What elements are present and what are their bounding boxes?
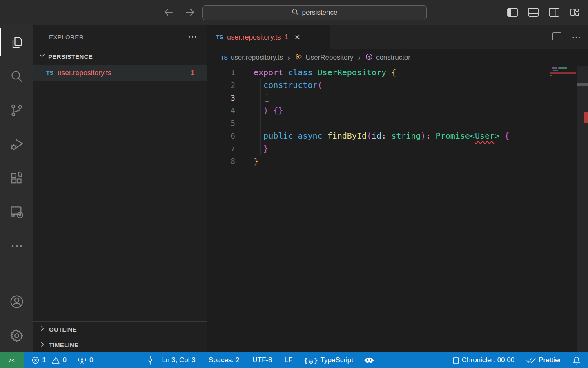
breadcrumb-class[interactable]: UserRepository <box>294 53 353 63</box>
line-number: 4 <box>207 104 235 117</box>
broadcast-tower-icon <box>77 356 87 365</box>
chevron-down-icon <box>38 51 47 62</box>
line-number: 3 <box>207 92 235 104</box>
line-number: 1 <box>207 66 235 79</box>
mouse-text-cursor-icon <box>265 93 270 104</box>
folder-name: PERSISTENCE <box>48 53 93 60</box>
notifications-bell-icon[interactable] <box>572 356 581 365</box>
remote-indicator[interactable] <box>0 352 24 368</box>
forwarded-ports-status[interactable]: 0 <box>77 356 93 365</box>
more-views-icon[interactable] <box>0 229 33 263</box>
explorer-icon[interactable] <box>0 25 33 59</box>
typescript-file-icon: TS <box>220 54 228 61</box>
code-text[interactable]: } <box>235 142 577 155</box>
code-line[interactable]: 1export class UserRepository { <box>207 66 577 79</box>
tab-user-repository[interactable]: TS user.repository.ts 1 ✕ <box>207 25 330 49</box>
code-text[interactable] <box>235 117 577 130</box>
typescript-file-icon: TS <box>216 34 223 40</box>
code-line[interactable]: 8} <box>207 155 577 168</box>
outline-panel-header[interactable]: OUTLINE <box>33 321 207 337</box>
forward-icon[interactable] <box>184 6 196 18</box>
code-text[interactable]: public async findById(id: string): Promi… <box>235 130 577 142</box>
problems-badge: 1 <box>285 33 288 41</box>
back-icon[interactable] <box>163 6 175 18</box>
symbol-method-cube-icon <box>365 53 373 63</box>
remote-explorer-icon[interactable] <box>0 195 33 229</box>
extensions-icon[interactable] <box>0 161 33 195</box>
customize-layout-icon[interactable] <box>569 6 581 18</box>
editor-more-actions-icon[interactable]: ⋯ <box>572 32 581 43</box>
titlebar: persistence <box>0 0 588 25</box>
code-line[interactable]: 2 constructor( <box>207 79 577 92</box>
explorer-more-actions-icon[interactable]: ⋯ <box>188 35 198 39</box>
cursor-position-status[interactable]: Ln 3, Col 3 <box>162 356 195 364</box>
overview-cursor-marker <box>577 83 588 86</box>
tab-bar: TS user.repository.ts 1 ✕ ⋯ <box>207 25 588 49</box>
warning-icon <box>51 356 60 364</box>
line-number: 7 <box>207 142 235 155</box>
source-control-icon[interactable] <box>0 93 33 127</box>
code-line[interactable]: 6 public async findById(id: string): Pro… <box>207 130 577 142</box>
toggle-primary-sidebar-icon[interactable] <box>507 6 518 18</box>
status-bar: 1 0 0 Ln 3, Col 3 Spaces: 2 UTF-8 LF { }… <box>0 352 588 368</box>
settings-gear-icon[interactable] <box>0 319 33 352</box>
chronicler-status[interactable]: Chronicler: 00:00 <box>452 356 514 364</box>
explorer-sidebar: EXPLORER ⋯ PERSISTENCE TS user.repositor… <box>33 25 207 352</box>
search-value: persistence <box>302 9 338 17</box>
accounts-icon[interactable] <box>0 285 33 319</box>
overview-error-marker <box>584 112 588 123</box>
error-icon <box>31 356 40 364</box>
problems-badge: 1 <box>191 69 194 76</box>
chevron-right-icon <box>38 340 47 350</box>
split-editor-icon[interactable] <box>552 32 562 43</box>
code-text[interactable]: } <box>235 155 577 168</box>
search-icon <box>292 8 299 18</box>
line-number: 2 <box>207 79 235 92</box>
editor-scrollbar[interactable] <box>577 66 588 352</box>
line-number: 5 <box>207 117 235 130</box>
indent-guide <box>260 79 261 155</box>
prettier-status[interactable]: Prettier <box>526 356 561 364</box>
breadcrumb-member[interactable]: constructor <box>365 53 410 63</box>
code-line[interactable]: 7 } <box>207 142 577 155</box>
file-name: user.repository.ts <box>58 69 111 77</box>
activity-bar <box>0 25 33 352</box>
sidebar-title: EXPLORER <box>49 34 84 40</box>
toggle-secondary-sidebar-icon[interactable] <box>548 6 560 18</box>
double-check-icon <box>526 357 536 364</box>
close-tab-icon[interactable]: ✕ <box>294 33 300 42</box>
timeline-panel-header[interactable]: TIMELINE <box>33 337 207 352</box>
chevron-right-icon <box>38 325 47 334</box>
record-stop-icon <box>452 357 459 364</box>
line-number: 8 <box>207 155 235 168</box>
code-line[interactable]: 3 <box>207 92 577 104</box>
folder-section-header[interactable]: PERSISTENCE <box>33 48 207 65</box>
line-number: 6 <box>207 130 235 142</box>
minimap[interactable] <box>549 66 577 91</box>
encoding-status[interactable]: UTF-8 <box>252 356 272 364</box>
language-status[interactable]: { } TypeScript <box>304 356 353 364</box>
breadcrumb: TS user.repository.ts › UserRepository ›… <box>207 49 588 66</box>
copilot-status-icon[interactable] <box>364 356 374 365</box>
commit-status-icon[interactable] <box>147 355 154 365</box>
editor-group: TS user.repository.ts 1 ✕ ⋯ TS user.repo… <box>207 25 588 352</box>
code-line[interactable]: 4 ) {} <box>207 104 577 117</box>
command-center-search[interactable]: persistence <box>202 5 427 20</box>
code-text[interactable]: ) {} <box>235 104 577 117</box>
typescript-file-icon: TS <box>46 70 53 76</box>
run-and-debug-icon[interactable] <box>0 127 33 161</box>
problems-status[interactable]: 1 0 <box>31 356 67 364</box>
code-text[interactable] <box>235 92 577 104</box>
search-sidebar-icon[interactable] <box>0 59 33 93</box>
code-text[interactable]: export class UserRepository { <box>235 66 577 79</box>
symbol-class-icon <box>294 53 303 63</box>
code-editor[interactable]: 1export class UserRepository {2 construc… <box>207 66 577 352</box>
eol-status[interactable]: LF <box>284 356 292 364</box>
toggle-panel-icon[interactable] <box>528 6 539 18</box>
code-line[interactable]: 5 <box>207 117 577 130</box>
code-text[interactable]: constructor( <box>235 79 577 92</box>
breadcrumb-file[interactable]: TS user.repository.ts <box>220 54 283 62</box>
indentation-status[interactable]: Spaces: 2 <box>209 356 240 364</box>
language-error-badge-icon <box>309 359 313 364</box>
file-item[interactable]: TS user.repository.ts 1 <box>33 65 207 81</box>
